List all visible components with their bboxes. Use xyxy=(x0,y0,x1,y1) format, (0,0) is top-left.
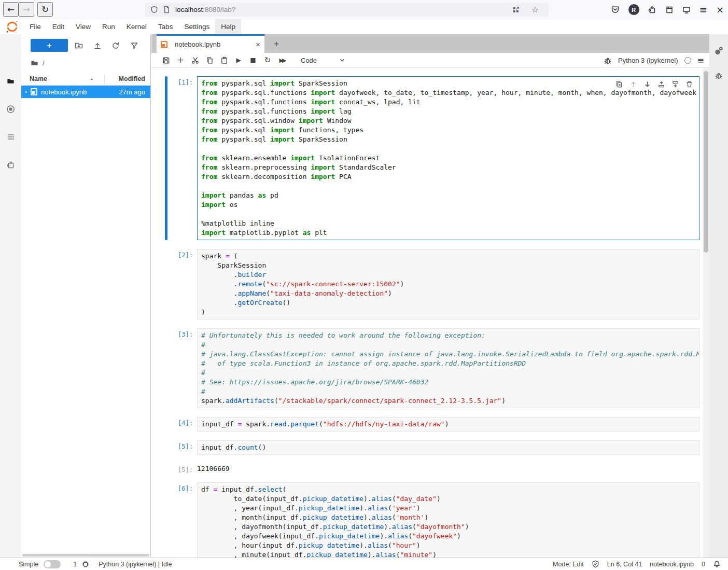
copy-icon[interactable] xyxy=(202,54,217,66)
cell-editor[interactable]: df = input_df.select( to_date(input_df.p… xyxy=(197,482,699,558)
kernel-name[interactable]: Python 3 (ipykernel) xyxy=(618,57,678,64)
home-folder-icon[interactable] xyxy=(31,59,38,67)
notification-count[interactable]: 0 xyxy=(702,561,705,568)
stop-icon[interactable]: ■ xyxy=(246,54,260,66)
extension-manager-icon[interactable] xyxy=(0,155,21,175)
column-modified[interactable]: Modified xyxy=(119,75,145,82)
menu-settings[interactable]: Settings xyxy=(178,19,215,34)
page-info-icon[interactable] xyxy=(163,6,171,13)
trust-shield-icon[interactable] xyxy=(592,560,599,568)
column-name[interactable]: Name xyxy=(30,75,47,82)
code-cell[interactable]: [4]:input_df = spark.read.parquet("hdfs:… xyxy=(165,417,703,432)
container-grid-icon[interactable] xyxy=(512,6,520,14)
code-cell[interactable]: [1]:from pyspark.sql import SparkSession… xyxy=(165,76,703,240)
paste-icon[interactable] xyxy=(217,54,231,66)
code-cell[interactable]: [5]:input_df.count() xyxy=(165,440,703,455)
cut-icon[interactable] xyxy=(188,54,202,66)
code-cell[interactable]: [2]:spark = ( SparkSession .builder .rem… xyxy=(165,249,703,319)
menu-kernel[interactable]: Kernel xyxy=(121,19,152,34)
file-list-header[interactable]: Name Modified xyxy=(25,74,146,86)
tab-notebook[interactable]: notebook.ipynb × xyxy=(157,34,264,53)
cell-type-dropdown[interactable]: Code xyxy=(301,57,346,64)
debugger-panel-icon[interactable] xyxy=(709,66,728,85)
input-prompt: [6]: xyxy=(167,482,197,558)
save-icon[interactable] xyxy=(159,54,173,66)
scrollbar-thumb[interactable] xyxy=(704,71,708,253)
kernel-chip-icon[interactable] xyxy=(82,561,89,568)
file-browser-icon[interactable] xyxy=(0,71,21,91)
property-inspector-icon[interactable] xyxy=(709,41,728,60)
refresh-icon[interactable] xyxy=(110,40,121,51)
file-name: notebook.ipynb xyxy=(41,88,87,96)
cell-toolbar xyxy=(612,78,696,90)
add-icon[interactable]: + xyxy=(173,54,188,66)
run-all-icon[interactable]: ▶▶ xyxy=(275,54,289,66)
kernel-count[interactable]: 1 xyxy=(73,561,77,568)
cell-editor[interactable]: from pyspark.sql import SparkSession fro… xyxy=(197,76,699,240)
kernel-status-icon[interactable] xyxy=(684,57,691,64)
insert-below-icon[interactable] xyxy=(669,79,681,89)
app-menu-icon[interactable]: ≡ xyxy=(699,5,707,15)
filter-icon[interactable] xyxy=(129,40,140,51)
menu-file[interactable]: File xyxy=(24,19,47,34)
restart-icon[interactable]: ↻ xyxy=(260,54,275,66)
url-bar[interactable]: localhost:8080/lab? ☆ xyxy=(145,3,549,17)
toolbar-menu-icon[interactable]: ≡ xyxy=(697,57,704,65)
output-prompt: [5]: xyxy=(167,464,197,474)
cell-editor[interactable]: input_df = spark.read.parquet("hdfs://hd… xyxy=(197,417,699,432)
notebook-toolbar: +▶■↻▶▶ Code Python 3 (ipykernel) ≡ xyxy=(151,53,709,68)
menu-edit[interactable]: Edit xyxy=(47,19,70,34)
upload-icon[interactable] xyxy=(92,40,103,51)
url-text[interactable]: localhost:8080/lab? xyxy=(175,6,512,13)
forward-icon[interactable]: → xyxy=(19,2,34,17)
profile-avatar[interactable]: R xyxy=(628,4,639,15)
mode-indicator[interactable]: Mode: Edit xyxy=(553,561,584,568)
menu-help[interactable]: Help xyxy=(215,19,241,34)
left-activity-bar xyxy=(0,34,21,558)
cell-editor[interactable]: spark = ( SparkSession .builder .remote(… xyxy=(197,249,699,319)
dock-tab-bar: notebook.ipynb × + xyxy=(151,34,709,53)
notebook-file-icon xyxy=(31,88,37,95)
move-down-icon[interactable] xyxy=(641,79,653,89)
devices-icon[interactable] xyxy=(682,6,691,14)
pocket-icon[interactable] xyxy=(611,5,620,14)
file-panel-hscrollbar[interactable] xyxy=(22,554,149,557)
reload-icon[interactable]: ↻ xyxy=(37,2,53,17)
debugger-toggle-icon[interactable] xyxy=(604,57,612,65)
cell-type-value: Code xyxy=(301,57,317,64)
breadcrumb-path: / xyxy=(43,59,45,67)
notebook-scrollbar[interactable] xyxy=(703,68,709,558)
table-of-contents-icon[interactable] xyxy=(0,127,21,147)
library-icon[interactable] xyxy=(665,6,674,14)
new-tab-button[interactable]: + xyxy=(270,37,283,51)
menu-view[interactable]: View xyxy=(70,19,96,34)
cell-editor[interactable]: # Unfortunately this is needed to work a… xyxy=(197,328,699,408)
window-close-icon[interactable]: × xyxy=(716,5,724,15)
new-launcher-button[interactable]: + xyxy=(31,39,68,52)
duplicate-icon[interactable] xyxy=(613,79,625,89)
code-cell[interactable]: [3]:# Unfortunately this is needed to wo… xyxy=(165,328,703,408)
file-row[interactable]: •notebook.ipynb27m ago xyxy=(21,86,150,98)
kernel-status-text[interactable]: Python 3 (ipykernel) | Idle xyxy=(99,561,172,568)
menu-tabs[interactable]: Tabs xyxy=(152,19,179,34)
input-prompt: [3]: xyxy=(167,328,197,408)
run-icon[interactable]: ▶ xyxy=(231,54,246,66)
new-folder-icon[interactable] xyxy=(73,40,85,51)
cursor-position[interactable]: Ln 6, Col 41 xyxy=(607,561,642,568)
move-up-icon[interactable] xyxy=(627,79,639,89)
running-kernels-icon[interactable] xyxy=(0,99,21,119)
extensions-icon[interactable] xyxy=(648,6,656,14)
status-bar: Simple 1 Python 3 (ipykernel) | Idle Mod… xyxy=(0,558,728,570)
tab-close-icon[interactable]: × xyxy=(256,40,260,49)
breadcrumb[interactable]: / xyxy=(31,57,45,68)
simple-mode-toggle[interactable] xyxy=(44,560,61,568)
bell-icon[interactable] xyxy=(713,560,721,568)
menu-run[interactable]: Run xyxy=(96,19,121,34)
delete-icon[interactable] xyxy=(683,79,695,89)
cell-editor[interactable]: input_df.count() xyxy=(197,440,699,455)
insert-above-icon[interactable] xyxy=(655,79,667,89)
tracking-shield-icon[interactable] xyxy=(150,6,158,13)
back-icon[interactable]: ← xyxy=(3,2,19,17)
bookmark-star-icon[interactable]: ☆ xyxy=(531,6,539,14)
code-cell[interactable]: [6]:df = input_df.select( to_date(input_… xyxy=(165,482,703,558)
